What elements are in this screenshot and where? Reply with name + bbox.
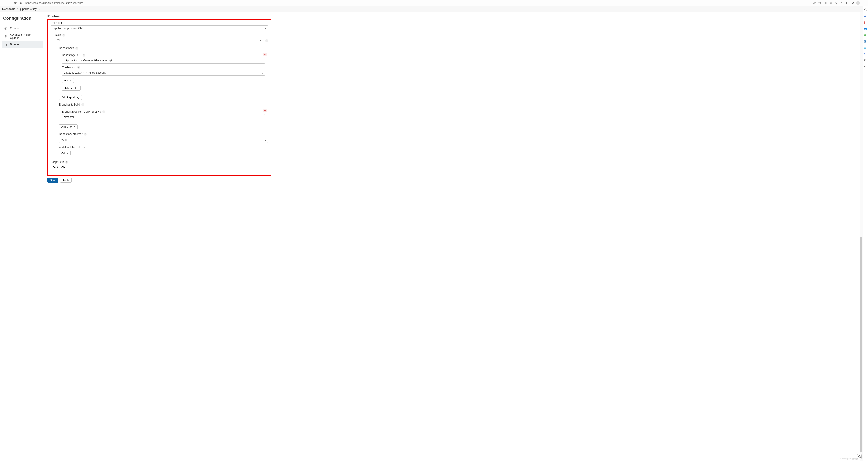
sidebar-app-icon[interactable]: b xyxy=(864,53,867,56)
breadcrumb-dashboard[interactable]: Dashboard xyxy=(2,7,16,11)
breadcrumb-job[interactable]: pipeline-study xyxy=(20,7,37,11)
svg-point-3 xyxy=(864,8,866,10)
repo-browser-value: (Auto) xyxy=(61,138,68,142)
sidebar-item-general[interactable]: General xyxy=(2,25,43,32)
profile-icon[interactable] xyxy=(856,1,860,5)
breadcrumb: Dashboard ❯ pipeline-study ❯ xyxy=(0,6,868,12)
back-icon[interactable]: ← xyxy=(3,1,6,5)
read-aloud-icon[interactable]: aあ xyxy=(818,1,822,5)
svg-point-4 xyxy=(864,59,866,61)
help-icon[interactable]: ? xyxy=(62,34,65,37)
text-size-icon[interactable]: AA xyxy=(813,1,816,5)
scm-value: Git xyxy=(57,39,60,42)
sidebar-app-icon[interactable]: ▤ xyxy=(864,46,867,49)
sidebar-app-icon[interactable]: ◆ xyxy=(864,14,867,18)
help-icon[interactable]: ? xyxy=(102,110,105,113)
chevron-down-icon: ▾ xyxy=(262,72,263,74)
extensions-icon[interactable]: ⊞ xyxy=(845,1,849,5)
page-title: Configuration xyxy=(2,16,43,21)
script-path-label: Script Path xyxy=(51,160,64,164)
script-path-input[interactable] xyxy=(51,164,268,171)
sidebar-app-icon[interactable]: ▮ xyxy=(864,21,867,24)
repo-browser-select[interactable]: (Auto) ▾ xyxy=(59,137,268,143)
plus-icon: + xyxy=(64,79,66,82)
branches-label: Branches to build xyxy=(59,103,80,106)
branch-specifier-input[interactable] xyxy=(62,114,265,120)
forward-icon[interactable]: → xyxy=(8,1,12,5)
sidebar-item-label: Pipeline xyxy=(10,43,20,46)
lock-icon: 🔒︎ xyxy=(19,1,23,5)
chevron-right-icon: ❯ xyxy=(38,8,40,10)
branch-specifier-label: Branch Specifier (blank for 'any') xyxy=(62,110,101,113)
svg-point-2 xyxy=(6,45,7,45)
remove-repository-button[interactable]: ✕ xyxy=(264,53,267,56)
chevron-down-icon: ▾ xyxy=(265,139,266,141)
remove-branch-button[interactable]: ✕ xyxy=(264,109,267,112)
help-icon[interactable]: ? xyxy=(84,133,87,135)
gear-icon xyxy=(4,26,8,30)
add-repository-button[interactable]: Add Repository xyxy=(59,95,82,100)
tab-actions-icon[interactable]: ⧉ xyxy=(824,1,827,5)
repo-url-label: Repository URL xyxy=(62,54,81,57)
add-branch-button[interactable]: Add Branch xyxy=(59,124,78,129)
repositories-label: Repositories xyxy=(59,47,74,50)
extension-icon[interactable]: ✧ xyxy=(840,1,844,5)
edge-sidebar: ◆ ▮ 👥 ✿ ▣ ▤ b + xyxy=(863,6,868,197)
config-sidebar: Configuration General Advanced Project O… xyxy=(0,12,45,197)
svg-point-1 xyxy=(5,43,5,44)
favorite-icon[interactable]: ☆ xyxy=(829,1,833,5)
caret-down-icon: ▾ xyxy=(67,152,68,154)
collections-icon[interactable]: ⚙ xyxy=(851,1,855,5)
advanced-button[interactable]: Advanced... xyxy=(62,86,81,91)
help-icon[interactable]: ? xyxy=(77,66,80,69)
sidebar-app-icon[interactable]: 👥 xyxy=(864,27,867,30)
help-icon[interactable]: ? xyxy=(81,103,84,106)
chevron-right-icon: ❯ xyxy=(17,8,19,10)
scm-select[interactable]: Git ▾ xyxy=(55,37,264,43)
section-heading-pipeline: Pipeline xyxy=(48,12,271,20)
more-icon[interactable]: ⋯ xyxy=(862,1,865,5)
wrench-icon xyxy=(4,35,8,38)
repo-url-input[interactable] xyxy=(62,58,265,63)
help-icon[interactable]: ? xyxy=(75,47,79,50)
vertical-scrollbar[interactable] xyxy=(860,12,863,197)
pipeline-icon xyxy=(4,43,8,46)
browser-toolbar: ← → ⟳ 🔒︎ https://jenkins.ialso.cn/job/pi… xyxy=(0,0,868,6)
svg-point-0 xyxy=(5,28,6,29)
credentials-select[interactable]: 15721491133/****** (gitee account) ▾ xyxy=(62,70,265,76)
sync-icon[interactable]: ↻ xyxy=(835,1,838,5)
apply-button[interactable]: Apply xyxy=(60,178,72,183)
branch-block: ✕ Branch Specifier (blank for 'any')? xyxy=(59,107,268,122)
search-icon[interactable] xyxy=(864,8,867,11)
scm-label: SCM xyxy=(55,33,61,37)
repository-block: ✕ Repository URL? Credentials? 157214911… xyxy=(59,51,268,93)
credentials-label: Credentials xyxy=(62,66,76,69)
add-credentials-button[interactable]: +Add xyxy=(62,78,74,83)
sidebar-item-advanced[interactable]: Advanced Project Options xyxy=(2,32,43,41)
help-icon[interactable]: ? xyxy=(65,161,68,164)
sidebar-item-pipeline[interactable]: Pipeline xyxy=(2,41,43,48)
definition-label: Definition xyxy=(51,21,268,24)
address-bar[interactable]: https://jenkins.ialso.cn/job/pipeline-st… xyxy=(24,1,812,5)
help-icon[interactable]: ? xyxy=(83,54,86,57)
add-behaviour-button[interactable]: Add ▾ xyxy=(59,151,70,155)
additional-behaviours-label: Additional Behaviours xyxy=(59,146,85,149)
sidebar-app-icon[interactable]: ▣ xyxy=(864,40,867,43)
credentials-value: 15721491133/****** (gitee account) xyxy=(64,71,106,74)
repo-browser-label: Repository browser xyxy=(59,132,82,135)
chevron-down-icon: ▾ xyxy=(260,39,261,42)
save-button[interactable]: Save xyxy=(48,178,58,183)
plus-icon[interactable]: + xyxy=(864,65,867,68)
sidebar-item-label: Advanced Project Options xyxy=(10,33,41,39)
search-icon[interactable] xyxy=(864,59,867,62)
refresh-icon[interactable]: ⟳ xyxy=(13,1,17,5)
definition-value: Pipeline script from SCM xyxy=(53,27,83,30)
sidebar-item-label: General xyxy=(10,27,20,30)
chevron-down-icon: ▾ xyxy=(265,27,266,30)
highlighted-region: Definition Pipeline script from SCM ▾ SC… xyxy=(48,20,271,176)
help-icon[interactable]: ? xyxy=(265,39,268,42)
sidebar-app-icon[interactable]: ✿ xyxy=(864,33,867,37)
definition-select[interactable]: Pipeline script from SCM ▾ xyxy=(51,25,268,31)
